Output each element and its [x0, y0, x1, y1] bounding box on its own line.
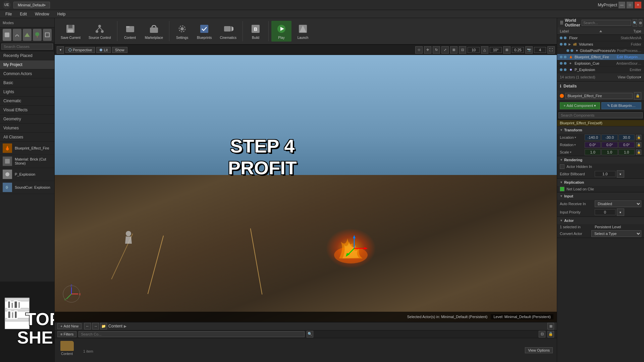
priority-input[interactable] — [595, 209, 615, 215]
toolbar-blueprints[interactable]: Blueprints — [194, 21, 215, 42]
nav-cinematic[interactable]: Cinematic — [0, 97, 54, 106]
toolbar-cinematics[interactable]: Cinematics — [217, 21, 240, 42]
dp-replication-header[interactable]: ▼ Replication — [557, 179, 644, 186]
scale-x[interactable] — [585, 149, 601, 155]
vp-fullscreen-btn[interactable]: ⛶ — [547, 46, 555, 54]
dp-actor-header[interactable]: ▼ Actor — [557, 217, 644, 224]
nav-common-actors[interactable]: Common Actors — [0, 69, 54, 78]
rotation-z[interactable] — [619, 142, 635, 148]
scale-z[interactable] — [619, 149, 635, 155]
billboard-input[interactable] — [595, 171, 615, 177]
close-button[interactable]: ✕ — [635, 2, 641, 8]
toolbar-settings[interactable]: Settings — [172, 21, 192, 42]
cb-search-input[interactable] — [78, 331, 305, 337]
wo-item-blueprint-fire[interactable]: Blueprint_Effect_Fire Edit Blueprin… — [557, 54, 644, 60]
vp-angle-icon[interactable]: △ — [481, 46, 488, 54]
toolbar-launch[interactable]: Launch — [293, 21, 313, 42]
cb-add-new-btn[interactable]: + Add New — [57, 323, 82, 329]
vp-perspective-btn[interactable]: Perspective — [65, 47, 95, 53]
vp-move-btn[interactable]: ✛ — [424, 46, 431, 54]
cb-back-btn[interactable]: ← — [84, 323, 91, 329]
vp-scale-btn[interactable]: ⤢ — [441, 46, 449, 54]
nav-lights[interactable]: Lights — [0, 87, 54, 97]
vp-angle-size[interactable]: 10° — [490, 47, 502, 53]
wo-item-volumes[interactable]: ▶ Volumes Folder — [557, 41, 644, 48]
billboard-dropdown-btn[interactable]: ▾ — [617, 170, 624, 178]
vp-show-btn[interactable]: Show — [112, 47, 127, 53]
nav-volumes[interactable]: Volumes — [0, 124, 54, 133]
dp-input-header[interactable]: ▼ Input — [557, 192, 644, 200]
placed-item-material[interactable]: Material: Brick (Cut Stone) — [0, 155, 54, 168]
toolbar-play[interactable]: Play — [271, 21, 291, 42]
wo-item-globalpost[interactable]: GlobalPostProcessVo PostProcess… — [557, 48, 644, 54]
viewport[interactable]: ▾ Perspective Lit Show ⊹ ✛ ↻ ⤢ ⊞ ⊡ 10 — [55, 45, 557, 322]
nav-visual-effects[interactable]: Visual Effects — [0, 106, 54, 115]
nav-basic[interactable]: Basic — [0, 78, 54, 87]
priority-dropdown-btn[interactable]: ▾ — [617, 208, 624, 216]
dp-component-item[interactable]: Blueprint_Effect_Fire(self) — [557, 120, 644, 126]
nav-geometry[interactable]: Geometry — [0, 115, 54, 124]
menu-file[interactable]: File — [4, 11, 13, 17]
dp-add-component-btn[interactable]: + Add Component ▾ — [560, 102, 600, 109]
wo-search-input[interactable] — [582, 20, 631, 26]
scale-lock-btn[interactable]: 🔒 — [636, 149, 641, 155]
cb-folder-item[interactable]: Content — [57, 341, 76, 359]
placed-item-explosion[interactable]: P_Explosion — [0, 168, 54, 181]
vp-cam-icon[interactable]: 📷 — [525, 46, 533, 54]
vp-snap-btn[interactable]: ⊡ — [459, 46, 466, 54]
cb-search-btn[interactable]: 🔍 — [307, 331, 313, 338]
nav-my-project[interactable]: My Project — [0, 60, 54, 69]
placed-item-fire[interactable]: Blueprint_Effect_Fire — [0, 142, 54, 155]
dp-actor-lock-btn[interactable]: 🔒 — [634, 92, 641, 100]
vp-rotate-btn[interactable]: ↻ — [433, 46, 440, 54]
cb-view-options-btn[interactable]: View Options — [525, 347, 553, 353]
toolbar-content[interactable]: Content — [120, 21, 140, 42]
rotation-lock-btn[interactable]: 🔒 — [636, 142, 641, 147]
location-y[interactable] — [601, 134, 618, 140]
netload-checkbox[interactable] — [560, 187, 565, 191]
dp-search-input[interactable] — [558, 112, 643, 118]
toolbar-save[interactable]: Save Current — [57, 21, 84, 42]
scale-y[interactable] — [601, 149, 618, 155]
menu-edit[interactable]: Edit — [18, 11, 28, 17]
hidden-in-game-checkbox[interactable] — [560, 164, 565, 169]
placed-item-sound[interactable]: SoundCue: Explosion — [0, 181, 54, 194]
wo-view-options-btn[interactable]: View Options▾ — [618, 75, 641, 79]
rotation-y[interactable] — [601, 142, 618, 148]
minimize-button[interactable]: — — [619, 2, 625, 8]
vp-cam-speed[interactable]: 4 — [534, 47, 546, 53]
cb-forward-btn[interactable]: → — [92, 323, 99, 329]
vp-coord-btn[interactable]: ⊞ — [450, 46, 458, 54]
nav-recently-placed[interactable]: Recently Placed — [0, 51, 54, 60]
rotation-x[interactable] — [585, 142, 601, 148]
cb-view-toggle-btn[interactable]: ⊡ — [539, 331, 545, 338]
mode-paint[interactable] — [13, 29, 21, 41]
vp-scale-icon[interactable]: ⊞ — [503, 46, 511, 54]
wo-item-floor[interactable]: Floor StaticMeshA — [557, 35, 644, 41]
dp-rendering-header[interactable]: ▼ Rendering — [557, 156, 644, 164]
location-lock-btn[interactable]: 🔒 — [636, 135, 641, 140]
convert-actor-select[interactable]: Select a Type — [591, 230, 641, 237]
dp-transform-header[interactable]: ▼ Transform — [557, 126, 644, 134]
wo-item-p-explosion[interactable]: P_Explosion Emitter — [557, 67, 644, 73]
cb-filters-btn[interactable]: ≡ Filters — [57, 331, 76, 337]
location-x[interactable] — [585, 134, 601, 140]
dp-edit-blueprint-btn[interactable]: ✎ Edit Blueprin… — [601, 102, 642, 109]
autoreceive-select[interactable]: Disabled — [595, 200, 641, 207]
mode-foliage[interactable] — [33, 29, 42, 41]
mode-landscape[interactable] — [23, 29, 32, 41]
project-tab[interactable]: Minimal_Default• — [13, 2, 50, 8]
menu-help[interactable]: Help — [56, 11, 67, 17]
vp-lit-btn[interactable]: Lit — [96, 47, 111, 53]
menu-window[interactable]: Window — [34, 11, 51, 17]
search-classes-input[interactable] — [1, 44, 53, 50]
vp-scale-size[interactable]: 0.25 — [512, 47, 524, 53]
toolbar-marketplace[interactable]: Marketplace — [142, 21, 166, 42]
wo-settings-btn[interactable]: ⚙ — [639, 19, 642, 26]
toolbar-source-control[interactable]: Source Control — [85, 21, 114, 42]
cb-folder-icon-btn[interactable]: 📁 — [100, 323, 107, 329]
maximize-button[interactable]: □ — [627, 2, 633, 8]
wo-filter-btn[interactable]: 🔍 — [633, 19, 637, 26]
mode-geometry[interactable] — [43, 29, 52, 41]
vp-select-btn[interactable]: ⊹ — [415, 46, 423, 54]
